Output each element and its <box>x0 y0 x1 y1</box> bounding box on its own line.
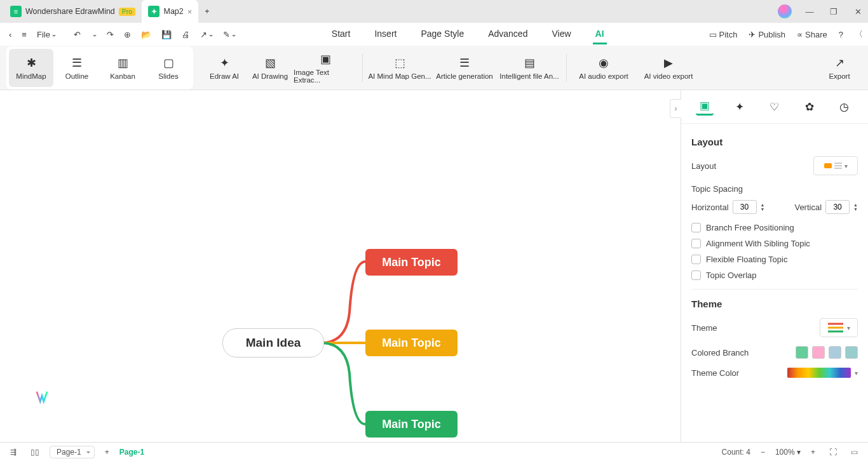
topic-node-2[interactable]: Main Topic <box>365 330 458 356</box>
branch-swatch-1[interactable] <box>796 346 808 359</box>
vertical-input[interactable] <box>825 200 850 214</box>
theme-color-picker[interactable] <box>787 368 851 378</box>
tab-insert[interactable]: Insert <box>372 25 399 44</box>
ai-audio-export-button[interactable]: ◉AI audio export <box>572 49 635 87</box>
export-dropdown[interactable]: ↗ <box>196 27 217 42</box>
panel-tab-settings[interactable]: ✿ <box>801 98 818 116</box>
video-export-icon: ▶ <box>664 56 673 70</box>
tab-page-style[interactable]: Page Style <box>418 25 466 44</box>
help-button[interactable]: ? <box>839 30 843 39</box>
zoom-in-button[interactable]: + <box>807 446 819 458</box>
branch-swatch-2[interactable] <box>812 346 825 359</box>
tab-advanced[interactable]: Advanced <box>485 25 530 44</box>
ai-video-export-button[interactable]: ▶AI video export <box>637 49 700 87</box>
menu-button[interactable]: ≡ <box>18 27 31 42</box>
view-kanban-button[interactable]: ▥Kanban <box>100 49 145 87</box>
document-tab[interactable]: ✦ Map2 × <box>142 0 198 23</box>
edit-dropdown[interactable]: ✎ <box>219 27 240 42</box>
app-tab: ≡ Wondershare EdrawMind Pro <box>4 0 142 23</box>
ai-mindmap-gen-button[interactable]: ⬚AI Mind Map Gen... <box>368 49 431 87</box>
publish-button[interactable]: ✈Publish <box>749 30 785 39</box>
article-gen-button[interactable]: ☰Article generation <box>433 49 496 87</box>
window-maximize[interactable]: ❐ <box>827 7 840 17</box>
canvas[interactable]: 1 2 Main Idea Main Topic Main Topic Main… <box>0 90 868 442</box>
horizontal-stepper[interactable]: ▲▼ <box>761 203 765 211</box>
undo-dropdown[interactable] <box>87 27 100 42</box>
branch-swatch-3[interactable] <box>829 346 841 359</box>
tab-start[interactable]: Start <box>329 25 353 44</box>
watermark-icon <box>35 390 49 404</box>
image-text-icon: ▣ <box>320 52 331 66</box>
theme-label: Theme <box>691 323 717 333</box>
alignment-checkbox[interactable]: Alignment With Sibling Topic <box>691 239 858 248</box>
properties-panel: › ▣ ✦ ♡ ✿ ◷ Layout Layout ▾ Topic Spacin… <box>681 90 868 442</box>
divider <box>566 54 567 82</box>
flexible-checkbox[interactable]: Flexible Floating Topic <box>691 255 858 264</box>
slides-icon: ▢ <box>163 56 174 70</box>
theme-picker[interactable]: ▾ <box>820 318 858 337</box>
theme-section-title: Theme <box>691 298 858 309</box>
vertical-stepper[interactable]: ▲▼ <box>853 203 858 211</box>
ai-drawing-button[interactable]: ▧AI Drawing <box>248 49 292 87</box>
pro-badge: Pro <box>119 8 136 16</box>
intelligent-file-button[interactable]: ▤Intelligent file An... <box>498 49 561 87</box>
zoom-level: 100% ▾ <box>775 448 801 457</box>
zoom-out-button[interactable]: − <box>757 446 769 458</box>
tab-close-icon[interactable]: × <box>187 7 193 17</box>
active-page-tab[interactable]: Page-1 <box>119 448 144 457</box>
panel-tab-layout[interactable]: ▣ <box>696 98 714 116</box>
print-button[interactable]: 🖨 <box>178 27 194 42</box>
add-page-button[interactable]: + <box>101 446 113 458</box>
page-selector[interactable]: Page-1 <box>50 446 95 458</box>
collapse-ribbon-button[interactable]: 〈 <box>855 29 863 40</box>
horizontal-input[interactable] <box>733 200 757 214</box>
user-avatar[interactable] <box>778 4 792 18</box>
view-outline-button[interactable]: ☰Outline <box>55 49 99 87</box>
split-view-button[interactable]: ▯▯ <box>27 446 43 458</box>
back-button[interactable]: ‹ <box>5 27 15 42</box>
topic-node-1[interactable]: Main Topic <box>365 249 458 276</box>
share-button[interactable]: ∝Share <box>797 30 827 39</box>
kanban-icon: ▥ <box>118 56 128 70</box>
panel-tab-style[interactable]: ✦ <box>731 98 749 116</box>
open-button[interactable]: 📂 <box>137 27 155 42</box>
panel-tab-marker[interactable]: ♡ <box>766 98 783 116</box>
file-menu[interactable]: File <box>33 27 60 42</box>
window-minimize[interactable]: — <box>803 7 816 17</box>
new-button[interactable]: ⊕ <box>120 27 135 42</box>
fit-button[interactable]: ⛶ <box>825 446 841 458</box>
edraw-ai-button[interactable]: ✦Edraw AI <box>202 49 247 87</box>
undo-button[interactable]: ↶ <box>70 27 85 42</box>
horizontal-label: Horizontal <box>691 203 729 212</box>
outline-view-button[interactable]: ⇶ <box>6 446 20 458</box>
window-close[interactable]: ✕ <box>851 7 864 17</box>
article-icon: ☰ <box>459 56 470 70</box>
title-bar: ≡ Wondershare EdrawMind Pro ✦ Map2 × + —… <box>0 0 868 23</box>
vertical-label: Vertical <box>794 203 822 212</box>
redo-button[interactable]: ↷ <box>103 27 118 42</box>
panel-tab-history[interactable]: ◷ <box>836 98 853 116</box>
layout-picker[interactable]: ▾ <box>813 156 858 175</box>
count-label: Count: 4 <box>722 448 750 457</box>
tab-view[interactable]: View <box>549 25 573 44</box>
view-mindmap-button[interactable]: ✱MindMap <box>9 49 53 87</box>
topic-node-3[interactable]: Main Topic <box>365 411 458 438</box>
main-idea-node[interactable]: Main Idea <box>222 328 324 357</box>
layout-section-title: Layout <box>691 137 858 147</box>
fullscreen-button[interactable]: ▭ <box>847 446 862 458</box>
outline-icon: ☰ <box>72 56 82 70</box>
branch-swatch-4[interactable] <box>845 346 858 359</box>
panel-collapse-button[interactable]: › <box>670 99 681 118</box>
export-button[interactable]: ↗Export <box>817 49 862 87</box>
spacing-label: Topic Spacing <box>691 184 858 194</box>
view-slides-button[interactable]: ▢Slides <box>146 49 191 87</box>
save-button[interactable]: 💾 <box>158 27 175 42</box>
colored-branch-label: Colored Branch <box>691 348 749 357</box>
tab-ai[interactable]: AI <box>593 25 607 44</box>
add-tab-button[interactable]: + <box>198 0 215 23</box>
branch-free-checkbox[interactable]: Branch Free Positioning <box>691 223 858 232</box>
image-text-extract-button[interactable]: ▣Image Text Extrac... <box>294 49 357 87</box>
theme-color-label: Theme Color <box>691 368 739 378</box>
overlap-checkbox[interactable]: Topic Overlap <box>691 271 858 280</box>
pitch-button[interactable]: ▭Pitch <box>709 30 738 39</box>
